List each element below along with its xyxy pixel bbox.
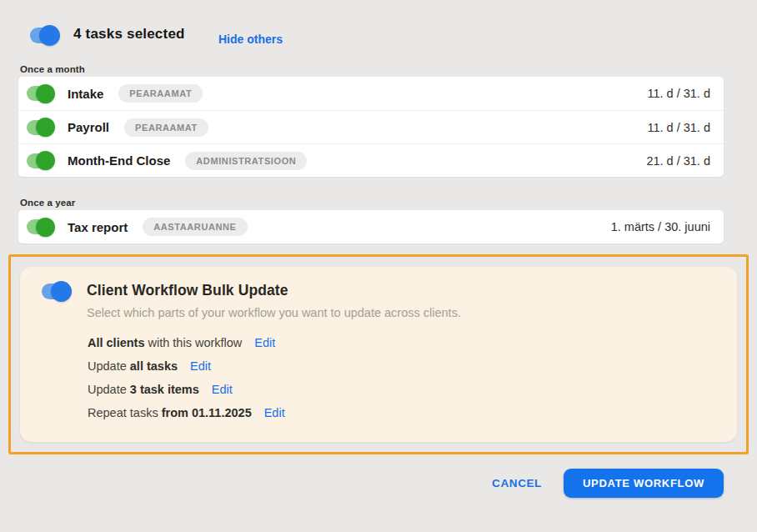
task-category-badge: PEARAAMAT	[124, 118, 208, 137]
bulk-update-toggle[interactable]	[42, 284, 70, 299]
setting-value: all tasks	[130, 359, 178, 373]
task-row-intake[interactable]: Intake PEARAAMAT 11. d / 31. d	[18, 77, 724, 110]
setting-value: 3 task items	[130, 383, 199, 396]
task-toggle[interactable]	[27, 120, 53, 135]
task-row-tax-report[interactable]: Tax report AASTAARUANNE 1. märts / 30. j…	[18, 210, 724, 243]
edit-task-items-link[interactable]: Edit	[212, 383, 233, 396]
toggle-knob	[36, 118, 55, 137]
task-category-badge: ADMINISTRATSIOON	[185, 152, 307, 170]
task-toggle[interactable]	[27, 86, 53, 101]
task-category-badge: AASTAARUANNE	[143, 218, 247, 236]
hide-others-link[interactable]: Hide others	[218, 33, 283, 46]
bulk-setting-task-items: Update 3 task itemsEdit	[88, 383, 233, 396]
bulk-setting-clients: All clients with this workflowEdit	[88, 336, 275, 349]
section-label-once-a-month: Once a month	[20, 64, 85, 74]
bulk-panel-subtitle: Select which parts of your workflow you …	[87, 306, 461, 319]
update-workflow-button[interactable]: UPDATE WORKFLOW	[564, 469, 724, 498]
toggle-knob	[39, 25, 60, 46]
edit-repeat-link[interactable]: Edit	[264, 406, 285, 419]
setting-text: with this workflow	[145, 336, 243, 349]
select-all-toggle[interactable]	[30, 28, 58, 43]
task-name: Tax report	[68, 220, 128, 234]
section-label-once-a-year: Once a year	[20, 198, 75, 208]
task-toggle[interactable]	[27, 219, 53, 234]
task-row-payroll[interactable]: Payroll PEARAAMAT 11. d / 31. d	[18, 110, 724, 143]
setting-value: All clients	[88, 336, 145, 349]
bulk-update-panel: Client Workflow Bulk Update Select which…	[20, 267, 737, 442]
task-group-monthly: Intake PEARAAMAT 11. d / 31. d Payroll P…	[18, 77, 724, 177]
setting-text: Update	[88, 359, 130, 373]
task-date-range: 11. d / 31. d	[647, 121, 710, 134]
bulk-setting-repeat: Repeat tasks from 01.11.2025Edit	[88, 406, 285, 419]
cancel-button[interactable]: CANCEL	[492, 477, 542, 489]
toggle-knob	[36, 151, 55, 170]
setting-text: Repeat tasks	[88, 406, 162, 419]
task-date-range: 21. d / 31. d	[646, 154, 710, 168]
edit-clients-link[interactable]: Edit	[254, 336, 275, 349]
dialog-footer: CANCEL UPDATE WORKFLOW	[492, 469, 724, 498]
task-date-range: 1. märts / 30. juuni	[611, 220, 710, 233]
task-row-month-end-close[interactable]: Month-End Close ADMINISTRATSIOON 21. d /…	[18, 143, 724, 177]
toggle-knob	[51, 281, 72, 302]
bulk-setting-tasks: Update all tasksEdit	[88, 359, 211, 373]
task-toggle[interactable]	[27, 153, 53, 168]
setting-value: from 01.11.2025	[162, 406, 252, 419]
task-category-badge: PEARAAMAT	[118, 84, 203, 103]
task-name: Intake	[68, 87, 103, 101]
bulk-panel-title: Client Workflow Bulk Update	[87, 282, 288, 299]
task-name: Month-End Close	[68, 153, 170, 168]
edit-tasks-link[interactable]: Edit	[190, 359, 211, 373]
task-name: Payroll	[68, 120, 109, 134]
tasks-selected-title: 4 tasks selected	[73, 26, 185, 43]
task-date-range: 11. d / 31. d	[647, 87, 710, 100]
toggle-knob	[36, 218, 55, 237]
toggle-knob	[36, 84, 55, 103]
setting-text: Update	[88, 383, 130, 396]
selection-header: 4 tasks selected	[30, 25, 185, 43]
task-group-yearly: Tax report AASTAARUANNE 1. märts / 30. j…	[18, 210, 724, 243]
